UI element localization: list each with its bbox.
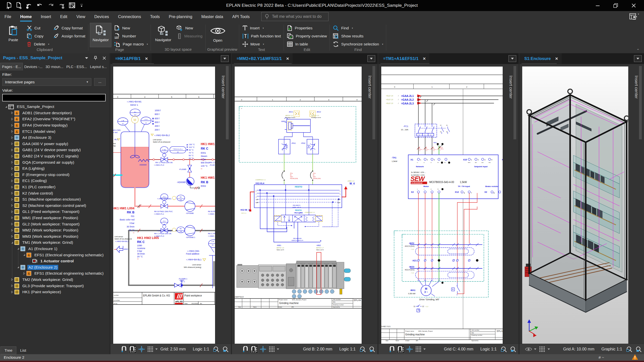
- zoom-selection-icon[interactable]: [635, 346, 642, 352]
- filter-combobox[interactable]: Interactive pages ▼: [2, 78, 91, 86]
- tree-item-tm2-work-workpiece-grind-[interactable]: TM2 (Work workpiece: Grind): [1, 277, 109, 283]
- tree-item-s2-machine-operation-control-panel-[interactable]: S2 (Machine operation control panel): [1, 203, 109, 209]
- ribbon-tab-file[interactable]: File: [0, 11, 16, 22]
- tree-item-ess-sample-project[interactable]: ESS_Sample_Project: [1, 104, 109, 110]
- ribbon-tab-edit[interactable]: Edit: [56, 11, 72, 22]
- filter-more-button[interactable]: ...: [94, 78, 106, 86]
- drawing-page-1[interactable]: M: [113, 66, 215, 344]
- ribbon-button-new[interactable]: New: [113, 25, 149, 31]
- snap-to-grid-button[interactable]: [250, 345, 258, 353]
- zoom-selection-icon[interactable]: [222, 346, 229, 352]
- tree-item-a2-enclosure-2-[interactable]: A2 (Enclosure 2): [1, 264, 109, 270]
- doc-tab-close-icon[interactable]: ✕: [423, 56, 426, 61]
- zoom-selection-icon[interactable]: [509, 346, 517, 352]
- ribbon-tab-insert[interactable]: Insert: [36, 11, 55, 22]
- ribbon-button-find[interactable]: Find▾: [332, 25, 384, 31]
- snap-button[interactable]: [241, 345, 249, 353]
- zoom-lock-icon[interactable]: [500, 346, 507, 352]
- snap-button[interactable]: [388, 345, 396, 353]
- dropdown-caret-icon[interactable]: [423, 348, 426, 350]
- ribbon-tab-tools[interactable]: Tools: [146, 11, 164, 22]
- tree-item-a1-enclosure-1-[interactable]: A1 (Enclosure 1): [1, 246, 109, 252]
- dock-tab-layout-s-[interactable]: Layout s...: [88, 63, 108, 71]
- ribbon-tab-master-data[interactable]: Master data: [197, 11, 228, 22]
- zoom-lock-icon[interactable]: [359, 346, 366, 352]
- tree-item-1-actuator-control[interactable]: 1 Actuator control: [1, 258, 109, 264]
- redo-icon[interactable]: [47, 2, 54, 9]
- tree-item-gab2-24-v-supply-plc-signals-[interactable]: GAB2 (24 V supply PLC signals): [1, 153, 109, 159]
- ribbon-button-cut[interactable]: Cut: [25, 25, 50, 31]
- tree-item-s1-machine-operation-enclosure-[interactable]: S1 (Machine operation enclosure): [1, 196, 109, 203]
- ribbon-button-move[interactable]: Move▾: [241, 41, 282, 47]
- tree-item-efs1-electrical-engineering-schematic-[interactable]: &EFS1 (Electrical engineering schematic): [1, 270, 109, 277]
- tree-item-efa4-overview-topology-[interactable]: &EFA4 (Overview topology): [1, 122, 109, 129]
- minimize-icon[interactable]: [596, 4, 600, 8]
- doc-tab-list-button[interactable]: [634, 55, 642, 62]
- ui-switch-button[interactable]: ▾: [629, 13, 639, 21]
- tree-item-adb1-structure-description-[interactable]: &ADB1 (Structure description): [1, 110, 109, 116]
- ribbon-button-property-overview[interactable]: Property overview: [286, 33, 328, 39]
- dock-tab-3d-moun-[interactable]: 3D moun...: [44, 63, 65, 71]
- tree-item-f-emergency-stop-control-[interactable]: F (Emergency-stop control): [1, 172, 109, 178]
- drawing-page-3[interactable]: I>I>I>: [381, 66, 503, 344]
- ribbon-button-navigator[interactable]: Navigator: [153, 23, 174, 47]
- doc-tab-1[interactable]: =HK1&PFB/1 ✕: [110, 53, 152, 64]
- combo-dropdown-icon[interactable]: ▼: [86, 81, 89, 83]
- snap-to-grid-button[interactable]: [129, 345, 137, 353]
- doc-tab-2[interactable]: =MM2+B2.Y1&MFS11/1 ✕: [232, 53, 293, 64]
- warning-icon[interactable]: [632, 354, 638, 361]
- dropdown-caret-icon[interactable]: [547, 348, 550, 350]
- ribbon-button-number[interactable]: 123Number: [113, 33, 149, 39]
- dropdown-caret-icon[interactable]: [155, 348, 158, 350]
- snap-button[interactable]: [120, 345, 128, 353]
- object-snap-button[interactable]: [138, 345, 145, 353]
- tree-item-gl3-provide-workpiece-transport-[interactable]: GL3 (Provide workpiece: Transport): [1, 283, 109, 289]
- ribbon-button-page-macro[interactable]: Page macro▾: [113, 41, 149, 47]
- undo-drop-icon[interactable]: [26, 2, 33, 9]
- ribbon-button-copy[interactable]: Copy: [25, 33, 50, 39]
- doc-tab-close-icon[interactable]: ✕: [286, 56, 289, 61]
- ribbon-button-insert[interactable]: Insert▾: [241, 25, 282, 31]
- tree-item-k1-plc-controller-[interactable]: K1 (PLC controller): [1, 184, 109, 190]
- doc-tab-list-button[interactable]: [508, 55, 516, 62]
- tree-list-tab-list[interactable]: List: [16, 346, 30, 354]
- ribbon-button-show-results[interactable]: Show results: [332, 33, 384, 39]
- insert-center-tab[interactable]: Insert center: [221, 76, 226, 99]
- tellme-search-box[interactable]: Tell me what you want to do: [261, 12, 329, 21]
- dropdown-caret-icon[interactable]: [277, 348, 279, 350]
- grid-button[interactable]: [538, 345, 546, 353]
- ribbon-tab-view[interactable]: View: [72, 11, 90, 22]
- object-snap-button[interactable]: [406, 345, 413, 353]
- tree-collapse-icon[interactable]: [4, 105, 8, 108]
- pin-icon[interactable]: [94, 56, 97, 60]
- dropdown-caret-icon[interactable]: [534, 348, 537, 350]
- view-3d[interactable]: [522, 66, 628, 344]
- qat-customize-icon[interactable]: [80, 4, 83, 7]
- dock-tab-plc-ess-[interactable]: PLC - ESS...: [65, 63, 88, 71]
- panel-menu-icon[interactable]: [85, 57, 88, 59]
- ribbon-tab-home[interactable]: Home: [16, 11, 36, 22]
- vertical-scrollbar[interactable]: [226, 66, 229, 139]
- tree-item-gaa-400-v-power-supply-[interactable]: GAA (400 V power supply): [1, 141, 109, 147]
- tree-item-efa2-overview-profinet-[interactable]: &EFA2 (Overview "PROFINET"): [1, 116, 109, 122]
- doc-tab-list-button[interactable]: [367, 55, 375, 62]
- drawing-page-2[interactable]: 01234+-BG1&EFS1/ 1.1Endlage hinten-BG2&E…: [234, 66, 362, 344]
- doc-tab-3[interactable]: =TM1+A1&EFS1/1 ✕: [378, 53, 429, 64]
- page-new-icon[interactable]: [16, 2, 22, 9]
- ribbon-button-navigator[interactable]: Navigator: [90, 23, 111, 47]
- close-project-icon[interactable]: [69, 2, 76, 9]
- ribbon-button-path-function-text[interactable]: Path function text: [241, 33, 282, 39]
- zoom-lock-icon[interactable]: [626, 346, 633, 352]
- ribbon-tab-api-tools[interactable]: API Tools: [228, 11, 254, 22]
- tree-item-gqa-compressed-air-supply-[interactable]: GQA (Compressed air supply): [1, 159, 109, 165]
- ribbon-button-assign-format[interactable]: Assign format: [52, 33, 87, 39]
- ribbon-tab-connections[interactable]: Connections: [113, 11, 146, 22]
- grid-button[interactable]: [268, 345, 276, 353]
- ribbon-tab-devices[interactable]: Devices: [90, 11, 114, 22]
- tree-list-tab-tree[interactable]: Tree: [1, 346, 16, 354]
- dock-tab-devices-[interactable]: Devices -...: [23, 63, 44, 71]
- doc-tab-close-icon[interactable]: ✕: [555, 56, 558, 61]
- insert-center-tab[interactable]: Insert center: [634, 76, 639, 99]
- zoom-lock-icon[interactable]: [213, 346, 220, 352]
- dock-tab-pages-e-[interactable]: Pages - E...: [0, 63, 23, 71]
